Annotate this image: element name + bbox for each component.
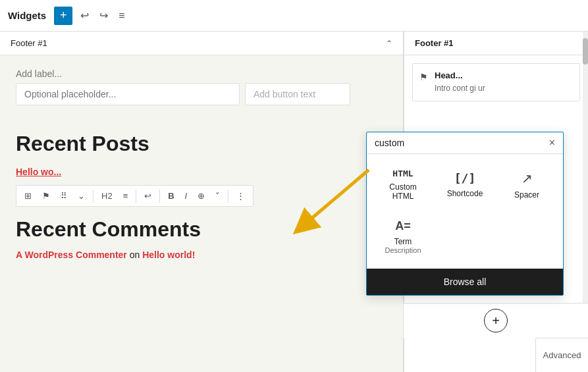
input-row: Add button text (16, 83, 387, 119)
align-button[interactable]: ≡ (119, 188, 132, 203)
app-title: Widgets (8, 10, 46, 21)
add-button-text-field[interactable]: Add button text (245, 83, 350, 105)
custom-html-item[interactable]: HTML Custom HTML (375, 162, 431, 207)
term-description-icon: A= (395, 219, 411, 233)
bookmark-widget-icon: ⚑ (419, 72, 428, 82)
undo-button[interactable]: ↩ (78, 7, 92, 24)
clear-search-button[interactable]: × (549, 138, 555, 148)
hello-world-comment-link[interactable]: Hello world! (142, 250, 195, 260)
dropdown-items-grid: HTML Custom HTML [/] Shortcode ↗ Spacer … (367, 154, 563, 269)
main-toolbar: Widgets + ↩ ↪ ≡ (0, 0, 588, 32)
advanced-tab[interactable]: Advanced (535, 338, 588, 372)
copy-block-button[interactable]: ⊞ (20, 188, 36, 203)
custom-html-label: Custom HTML (379, 182, 427, 201)
toolbar-separator-1 (93, 190, 94, 203)
add-label-input[interactable] (16, 68, 387, 79)
sidebar-widget-item[interactable]: ⚑ Head... Intro cont gi ur (412, 63, 580, 101)
block-search-dropdown: × HTML Custom HTML [/] Shortcode ↗ Space… (366, 132, 564, 296)
sidebar-widget-info: Head... Intro cont gi ur (435, 70, 485, 94)
drag-handle-button[interactable]: ⠿ (57, 188, 71, 203)
term-description-item[interactable]: A= Term Description (375, 213, 431, 261)
move-up-down-button[interactable]: ⌄ (74, 188, 89, 203)
comment-on-text: on (130, 250, 142, 260)
sidebar-widget-title: Head... (435, 70, 485, 80)
toolbar-separator-4 (228, 190, 228, 203)
sidebar-widget-desc: Intro cont gi ur (435, 83, 485, 94)
add-block-toolbar-button[interactable]: + (54, 7, 72, 25)
recent-comments-title: Recent Comments (16, 217, 387, 242)
editor-area: Footer #1 ⌃ Add button text Recent Posts… (0, 32, 404, 372)
block-toolbar: ⊞ ⚑ ⠿ ⌄ H2 ≡ ↩ B I ⊕ ˅ ⋮ (16, 185, 254, 207)
redo-button[interactable]: ↪ (97, 7, 111, 24)
search-row: × (367, 132, 563, 154)
toolbar-separator-3 (159, 190, 160, 203)
spacer-label: Spacer (514, 190, 539, 199)
spacer-item[interactable]: ↗ Spacer (498, 162, 555, 207)
heading-level-button[interactable]: H2 (97, 188, 117, 203)
bookmark-icon-button[interactable]: ⚑ (38, 188, 54, 203)
browse-all-button[interactable]: Browse all (367, 269, 563, 295)
spacer-icon: ↗ (521, 171, 533, 186)
block-search-input[interactable] (375, 138, 544, 148)
link-button[interactable]: ↩ (140, 188, 155, 203)
sidebar-footer-title: Footer #1 (415, 38, 454, 48)
hello-world-partial[interactable]: Hello wo... (16, 167, 387, 177)
scrollbar-thumb[interactable] (583, 38, 588, 65)
toolbar-separator-2 (136, 190, 136, 203)
term-description-label: Term Description (385, 237, 421, 254)
list-view-button[interactable]: ≡ (116, 7, 127, 24)
shortcode-label: Shortcode (447, 189, 483, 198)
bold-button[interactable]: B (164, 188, 178, 203)
advanced-label: Advanced (543, 350, 581, 360)
commenter-link[interactable]: A WordPress Commenter (16, 250, 127, 260)
chevron-up-icon: ⌃ (386, 39, 392, 48)
italic-button[interactable]: I (181, 188, 192, 203)
shortcode-item[interactable]: [/] Shortcode (437, 162, 493, 207)
footer-header-title: Footer #1 (11, 38, 47, 48)
options-menu-button[interactable]: ⋮ (232, 188, 249, 203)
editor-content: Add button text Recent Posts Hello wo...… (0, 55, 403, 273)
add-block-button[interactable]: + (484, 309, 508, 332)
placeholder-input[interactable] (16, 83, 240, 105)
comment-text: A WordPress Commenter on Hello world! (16, 250, 387, 260)
add-block-area: + (404, 303, 588, 338)
hyperlink-button[interactable]: ⊕ (194, 188, 209, 203)
recent-posts-title: Recent Posts (16, 132, 387, 156)
shortcode-icon: [/] (454, 171, 476, 185)
sidebar-top-bar: Footer #1 (404, 32, 588, 55)
footer-header-bar: Footer #1 ⌃ (0, 32, 403, 55)
custom-html-icon: HTML (392, 169, 413, 178)
more-options-chevron[interactable]: ˅ (211, 188, 224, 203)
